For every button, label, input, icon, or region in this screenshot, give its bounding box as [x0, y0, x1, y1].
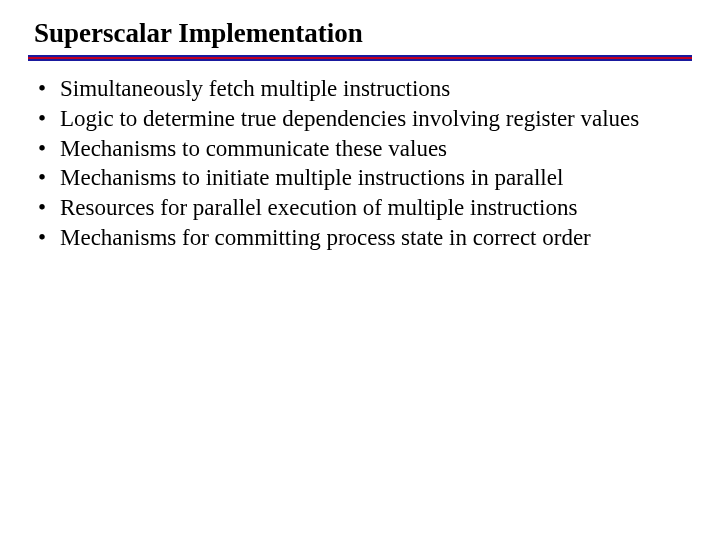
list-item: Logic to determine true dependencies inv… [34, 105, 692, 134]
list-item: Resources for parallel execution of mult… [34, 194, 692, 223]
bullet-list: Simultaneously fetch multiple instructio… [34, 75, 692, 253]
list-item: Simultaneously fetch multiple instructio… [34, 75, 692, 104]
list-item: Mechanisms for committing process state … [34, 224, 692, 253]
title-divider [28, 55, 692, 61]
divider-line-blue-bottom [28, 59, 692, 61]
slide-body: Simultaneously fetch multiple instructio… [28, 75, 692, 253]
list-item: Mechanisms to communicate these values [34, 135, 692, 164]
slide-title: Superscalar Implementation [34, 18, 692, 49]
list-item: Mechanisms to initiate multiple instruct… [34, 164, 692, 193]
